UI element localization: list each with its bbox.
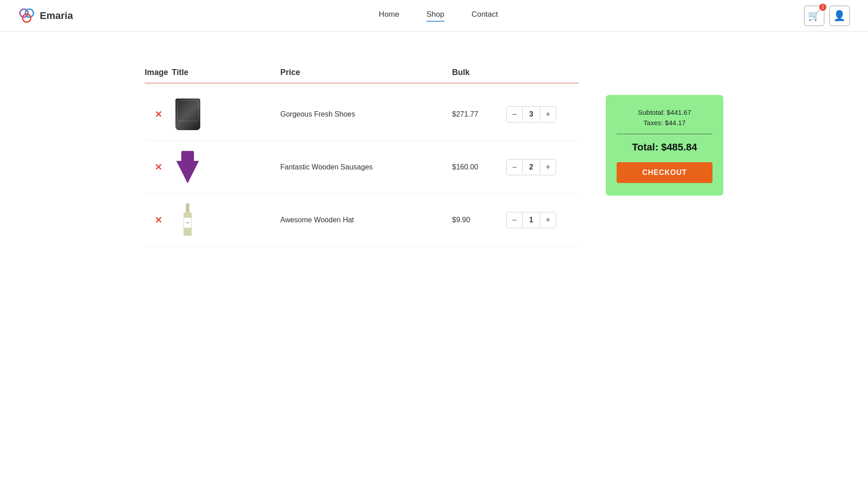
qty-control-1: − 3 +	[506, 106, 556, 122]
qty-increment-3[interactable]: +	[540, 212, 556, 228]
product-image-2	[172, 149, 203, 185]
logo-text: Emaria	[40, 10, 73, 22]
qty-control-2: − 2 +	[506, 159, 556, 175]
header: Emaria Home Shop Contact 🛒 1 👤	[0, 0, 868, 32]
col-header-price: Price	[280, 68, 452, 77]
col-header-empty	[506, 68, 579, 77]
main-nav: Home Shop Contact	[379, 10, 498, 22]
summary-divider	[617, 134, 712, 134]
dress-image	[176, 151, 199, 183]
total-label: Total: $485.84	[632, 141, 697, 153]
product-price-3: $9.90	[452, 216, 506, 224]
table-row: ✕ Gorgeous Fresh Shoes $271.77 − 3 +	[145, 88, 579, 141]
nav-contact[interactable]: Contact	[472, 10, 498, 22]
nav-home[interactable]: Home	[379, 10, 399, 22]
product-title-2: Fantastic Wooden Sausages	[280, 163, 452, 171]
subtotal-label: Subtotal: $441.67	[638, 108, 691, 116]
header-icons: 🛒 1 👤	[804, 5, 850, 26]
user-button[interactable]: 👤	[829, 5, 850, 26]
qty-increment-1[interactable]: +	[540, 107, 556, 122]
qty-increment-2[interactable]: +	[540, 160, 556, 175]
order-summary: Subtotal: $441.67 Taxes: $44.17 Total: $…	[606, 95, 723, 196]
table-row: ✕ Fantastic Wooden Sausages $160.00 − 2 …	[145, 141, 579, 194]
col-header-image: Image	[145, 68, 172, 77]
col-header-title: Title	[172, 68, 280, 77]
qty-value-1: 3	[522, 108, 540, 121]
checkout-button[interactable]: CHECKOUT	[617, 162, 712, 183]
qty-decrement-1[interactable]: −	[507, 107, 522, 122]
main-content: Image Title Price Bulk ✕ Gorgeous Fresh …	[118, 32, 750, 265]
table-row: ✕ wine Awesome Wooden Hat $9.90 − 1 +	[145, 194, 579, 247]
product-image-3: wine	[172, 202, 203, 238]
cart-button[interactable]: 🛒 1	[804, 5, 825, 26]
col-header-bulk: Bulk	[452, 68, 506, 77]
taxes-label: Taxes: $44.17	[643, 119, 685, 127]
qty-decrement-3[interactable]: −	[507, 212, 522, 228]
table-header: Image Title Price Bulk	[145, 68, 579, 84]
cart-badge: 1	[819, 4, 826, 11]
qty-value-2: 2	[522, 160, 540, 174]
remove-button-3[interactable]: ✕	[145, 215, 172, 225]
remove-button-2[interactable]: ✕	[145, 162, 172, 173]
cart-table: Image Title Price Bulk ✕ Gorgeous Fresh …	[145, 68, 579, 247]
product-price-2: $160.00	[452, 163, 506, 171]
shoes-image	[175, 99, 200, 130]
nav-shop[interactable]: Shop	[426, 10, 444, 22]
logo-icon	[18, 7, 35, 24]
qty-control-3: − 1 +	[506, 212, 556, 228]
logo[interactable]: Emaria	[18, 7, 73, 24]
remove-button-1[interactable]: ✕	[145, 109, 172, 120]
product-title-3: Awesome Wooden Hat	[280, 216, 452, 224]
product-image-1	[172, 96, 203, 132]
qty-decrement-2[interactable]: −	[507, 160, 522, 175]
qty-value-3: 1	[522, 213, 540, 227]
product-title-1: Gorgeous Fresh Shoes	[280, 110, 452, 118]
product-price-1: $271.77	[452, 110, 506, 118]
wine-image: wine	[183, 203, 192, 237]
